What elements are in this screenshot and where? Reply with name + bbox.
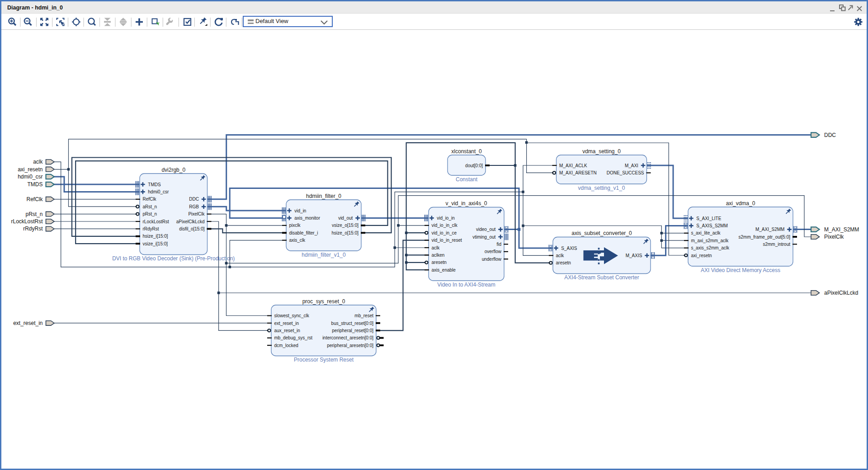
svg-text:axi_resetn: axi_resetn [18,166,42,173]
svg-text:vid_in: vid_in [294,208,306,213]
svg-text:mb_reset: mb_reset [354,313,373,318]
svg-text:hdmi0_csr: hdmi0_csr [18,174,42,180]
svg-text:s2mm_introut: s2mm_introut [763,242,790,247]
svg-text:aPixelClkLckd: aPixelClkLckd [824,290,858,296]
svg-text:vtiming_out: vtiming_out [472,235,495,240]
svg-text:axis_clk: axis_clk [289,238,306,243]
svg-text:PixelClk: PixelClk [188,212,205,216]
svg-text:video_out: video_out [476,227,496,232]
svg-text:DDC: DDC [189,197,199,202]
svg-text:RGB: RGB [189,204,199,209]
svg-text:TMDS: TMDS [28,181,43,188]
svg-text:aclken: aclken [432,253,445,258]
svg-text:RefClk: RefClk [143,197,157,202]
svg-text:M_AXIS: M_AXIS [626,253,642,258]
svg-text:pRst_n: pRst_n [143,212,157,216]
svg-text:aclk: aclk [556,253,565,258]
svg-text:DVI to RGB Video Decoder (Sink: DVI to RGB Video Decoder (Sink) (Pre-Pro… [112,255,235,262]
svg-text:M_AXI_S2MM: M_AXI_S2MM [824,226,859,233]
svg-text:dcm_locked: dcm_locked [274,343,298,348]
svg-text:S_AXIS: S_AXIS [561,246,577,251]
svg-text:AXI4-Stream Subset Converter: AXI4-Stream Subset Converter [564,274,639,281]
svg-text:slowest_sync_clk: slowest_sync_clk [274,313,310,318]
svg-text:fid: fid [496,242,501,247]
svg-text:pixclk: pixclk [289,223,301,228]
svg-text:S_AXIS_S2MM: S_AXIS_S2MM [696,223,727,228]
svg-text:proc_sys_reset_0: proc_sys_reset_0 [302,298,345,305]
svg-text:peripheral_aresetn[0:0]: peripheral_aresetn[0:0] [327,343,373,348]
svg-text:vid_out: vid_out [338,216,353,221]
svg-text:vsize_i[15:0]: vsize_i[15:0] [143,241,168,246]
svg-text:vid_io_in_ce: vid_io_in_ce [432,230,457,235]
svg-text:aRst_n: aRst_n [143,204,157,209]
svg-text:vid_io_in_reset: vid_io_in_reset [432,238,462,243]
svg-text:aclk: aclk [432,245,440,250]
svg-text:hsize_i[15:0]: hsize_i[15:0] [143,234,168,239]
svg-text:dvi2rgb_0: dvi2rgb_0 [161,167,185,173]
svg-text:mb_debug_sys_rst: mb_debug_sys_rst [274,335,313,340]
svg-text:underflow: underflow [482,257,502,262]
svg-text:hdmiin_filter_0: hdmiin_filter_0 [306,193,341,199]
svg-text:AXI Video Direct Memory Access: AXI Video Direct Memory Access [701,267,780,273]
svg-text:disfil_o[15:0]: disfil_o[15:0] [179,226,204,231]
svg-text:M_AXI_ARESETN: M_AXI_ARESETN [559,170,597,175]
svg-text:vdma_setting_v1_0: vdma_setting_v1_0 [578,185,625,191]
svg-text:dout[0:0]: dout[0:0] [465,163,483,168]
svg-text:s_axis_s2mm_aclk: s_axis_s2mm_aclk [691,245,730,250]
svg-text:Processor System Reset: Processor System Reset [294,357,354,363]
svg-text:rLockLostRst: rLockLostRst [143,219,170,224]
svg-text:Video In to AXI4-Stream: Video In to AXI4-Stream [437,282,495,288]
svg-text:interconnect_aresetn[0:0]: interconnect_aresetn[0:0] [322,335,373,340]
svg-text:RefClk: RefClk [26,196,43,202]
svg-text:aclk: aclk [33,159,43,165]
svg-text:hdmiin_filter_v1_0: hdmiin_filter_v1_0 [302,252,346,258]
svg-text:m_axi_s2mm_aclk: m_axi_s2mm_aclk [691,238,729,243]
svg-text:vsize_o[15:0]: vsize_o[15:0] [332,223,359,228]
svg-text:M_AXI: M_AXI [625,163,638,168]
svg-text:TMDS: TMDS [148,182,161,187]
svg-text:aPixelClkLckd: aPixelClkLckd [176,219,205,224]
svg-text:hsize_o[15:0]: hsize_o[15:0] [332,230,359,235]
svg-text:rLockLostRst: rLockLostRst [11,218,43,225]
svg-text:Constant: Constant [456,176,478,183]
svg-text:s_axi_lite_aclk: s_axi_lite_aclk [691,230,721,235]
svg-text:axi_resetn: axi_resetn [691,253,712,258]
svg-text:disable_filter_i: disable_filter_i [289,230,318,235]
svg-text:DONE_SUCCESS: DONE_SUCCESS [607,170,644,175]
svg-text:v_vid_in_axi4s_0: v_vid_in_axi4s_0 [445,200,487,207]
svg-text:overflow: overflow [485,249,502,254]
svg-text:PixelClk: PixelClk [824,234,844,240]
svg-text:M_AXI_ACLK: M_AXI_ACLK [559,163,587,168]
svg-text:vdma_setting_0: vdma_setting_0 [582,148,621,155]
svg-text:bus_struct_reset[0:0]: bus_struct_reset[0:0] [331,321,374,326]
svg-text:aresetn: aresetn [432,260,447,265]
svg-text:axis_monitor: axis_monitor [294,216,320,221]
svg-text:xlconstant_0: xlconstant_0 [451,148,482,155]
svg-text:peripheral_reset[0:0]: peripheral_reset[0:0] [332,328,373,333]
svg-text:ext_reset_in: ext_reset_in [13,320,42,326]
svg-text:rRdyRst: rRdyRst [143,226,159,231]
svg-text:ext_reset_in: ext_reset_in [274,321,299,326]
svg-text:vid_io_in_clk: vid_io_in_clk [432,223,458,228]
svg-text:axis_subset_converter_0: axis_subset_converter_0 [571,230,632,236]
svg-text:M_AXI_S2MM: M_AXI_S2MM [755,227,784,232]
svg-text:axi_vdma_0: axi_vdma_0 [726,200,755,207]
svg-text:aux_reset_in: aux_reset_in [274,328,300,333]
svg-text:rRdyRst: rRdyRst [23,226,43,232]
svg-text:s2mm_frame_ptr_out[5:0]: s2mm_frame_ptr_out[5:0] [739,235,791,240]
svg-text:S_AXI_LITE: S_AXI_LITE [696,216,721,221]
svg-text:axis_enable: axis_enable [432,268,456,273]
svg-text:pRst_n: pRst_n [25,211,42,217]
svg-text:vid_io_in: vid_io_in [437,216,454,221]
svg-text:DDC: DDC [824,132,836,138]
svg-text:hdmi0_csr: hdmi0_csr [148,189,169,194]
svg-text:aresetn: aresetn [556,260,571,265]
